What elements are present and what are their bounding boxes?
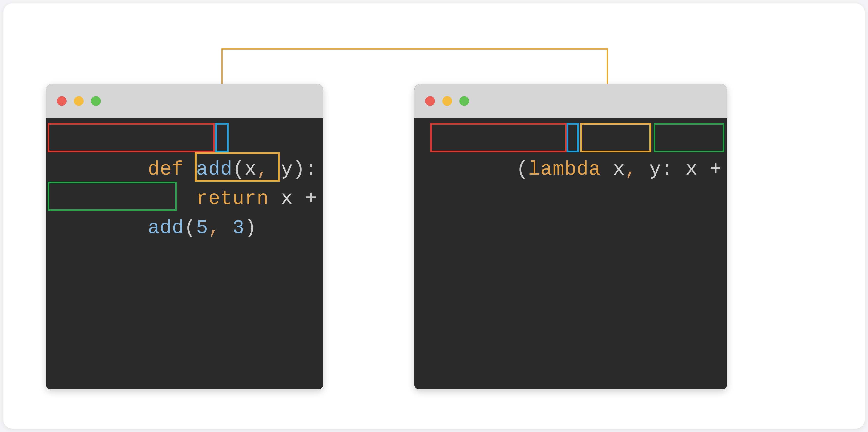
window-zoom-dot[interactable] (91, 96, 101, 106)
call-function-name: add (148, 217, 184, 239)
code-body: (lambda x, y: x + y)(5, 3) (414, 118, 727, 389)
window-minimize-dot[interactable] (74, 96, 84, 106)
window-zoom-dot[interactable] (459, 96, 469, 106)
editor-titlebar (46, 84, 323, 118)
editor-window-lambda: (lambda x, y: x + y)(5, 3) (414, 84, 727, 389)
editor-window-def: def add(x, y): return x + y add(5, 3) (46, 84, 323, 389)
window-minimize-dot[interactable] (442, 96, 452, 106)
code-line-3: add(5, 3) (51, 184, 257, 272)
editor-titlebar (414, 84, 727, 118)
window-close-dot[interactable] (57, 96, 67, 106)
code-body: def add(x, y): return x + y add(5, 3) (46, 118, 323, 389)
diagram-canvas: def add(x, y): return x + y add(5, 3) (3, 3, 865, 429)
keyword-lambda: lambda (528, 158, 601, 180)
window-close-dot[interactable] (425, 96, 435, 106)
lambda-colon: : (661, 158, 674, 180)
code-line-1: (lambda x, y: x + y)(5, 3) (420, 125, 727, 213)
